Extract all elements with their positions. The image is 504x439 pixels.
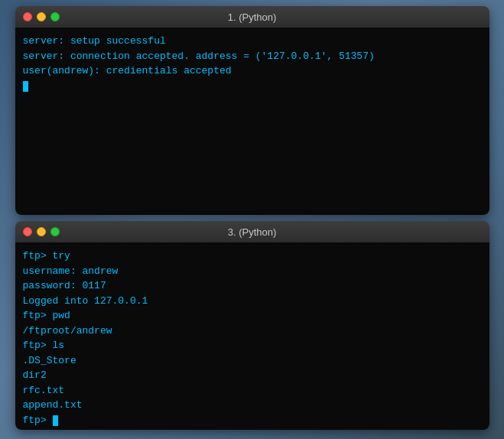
terminal-line: ftp> try <box>23 249 482 264</box>
maximize-button-1[interactable] <box>50 12 60 21</box>
terminal-window-2[interactable]: 3. (Python) ftp> try username: andrew pa… <box>15 221 489 430</box>
terminal-line: rfc.txt <box>23 383 482 398</box>
terminal-line: password: 0117 <box>23 278 482 294</box>
maximize-button-2[interactable] <box>50 227 60 236</box>
terminal-line: server: connection accepted. address = (… <box>23 49 482 64</box>
minimize-button-1[interactable] <box>37 12 46 21</box>
terminal-body-1[interactable]: server: setup successful server: connect… <box>15 28 489 215</box>
cursor <box>23 81 28 92</box>
titlebar-1: 1. (Python) <box>15 6 489 28</box>
terminal-body-2[interactable]: ftp> try username: andrew password: 0117… <box>15 242 489 430</box>
terminal-cursor-line <box>23 79 482 94</box>
window-title-2: 3. (Python) <box>228 226 277 238</box>
terminal-line: append.txt <box>23 398 482 413</box>
close-button-1[interactable] <box>23 12 32 21</box>
terminal-line: /ftproot/andrew <box>23 324 482 339</box>
terminal-prompt-line: ftp> <box>23 413 482 428</box>
terminal-line: Logged into 127.0.0.1 <box>23 294 482 309</box>
terminal-line: ftp> ls <box>23 338 482 353</box>
close-button-2[interactable] <box>23 227 32 236</box>
terminal-line: ftp> pwd <box>23 308 482 324</box>
window-title-1: 1. (Python) <box>228 11 277 23</box>
terminal-line: .DS_Store <box>23 353 482 369</box>
minimize-button-2[interactable] <box>37 227 46 236</box>
titlebar-2: 3. (Python) <box>15 221 489 242</box>
terminal-line: dir2 <box>23 368 482 383</box>
terminal-line: server: setup successful <box>23 34 482 49</box>
terminal-window-1[interactable]: 1. (Python) server: setup successful ser… <box>15 6 489 215</box>
terminal-line: user(andrew): credientials accepted <box>23 63 482 79</box>
terminal-line: username: andrew <box>23 264 482 279</box>
cursor-2 <box>53 415 58 426</box>
